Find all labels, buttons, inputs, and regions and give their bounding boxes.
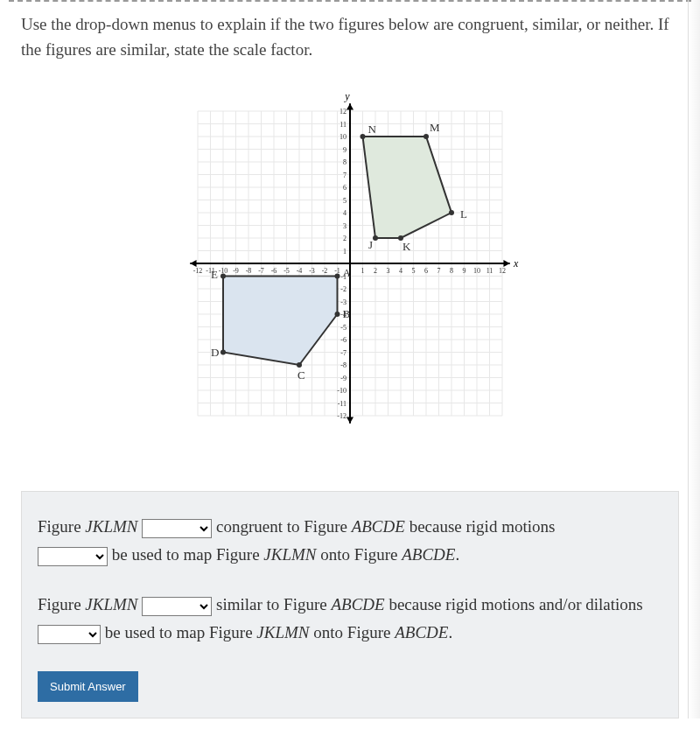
svg-text:8: 8 — [450, 267, 453, 275]
svg-text:12: 12 — [340, 108, 346, 116]
svg-text:-10: -10 — [219, 267, 228, 275]
text: Figure — [38, 517, 85, 536]
svg-text:1: 1 — [343, 248, 346, 256]
svg-text:A: A — [343, 266, 352, 279]
svg-text:-9: -9 — [233, 267, 239, 275]
svg-text:-2: -2 — [322, 267, 328, 275]
svg-marker-55 — [346, 417, 354, 423]
svg-text:-8: -8 — [246, 267, 252, 275]
figure-name: ABCDE — [352, 517, 405, 536]
text: because rigid motions — [410, 517, 556, 536]
svg-text:10: 10 — [473, 267, 480, 275]
figure-name: JKLMN — [263, 545, 316, 564]
grid-svg: xy-12-11-10-9-8-7-6-5-4-3-2-112345678910… — [175, 88, 525, 438]
svg-text:7: 7 — [343, 172, 346, 179]
svg-text:10: 10 — [340, 133, 346, 141]
svg-text:M: M — [430, 121, 440, 134]
svg-point-61 — [360, 134, 366, 139]
svg-text:-3: -3 — [340, 298, 346, 306]
dropdown-similar-can[interactable] — [38, 625, 101, 644]
svg-text:E: E — [211, 268, 218, 281]
svg-text:x: x — [513, 257, 519, 270]
svg-text:-6: -6 — [271, 267, 277, 275]
text: congruent to Figure — [216, 517, 352, 536]
svg-text:-9: -9 — [340, 375, 346, 382]
figure-name: ABCDE — [402, 545, 455, 564]
svg-text:-3: -3 — [309, 267, 315, 275]
svg-text:11: 11 — [486, 267, 494, 275]
svg-text:-1: -1 — [334, 267, 340, 275]
svg-text:9: 9 — [343, 146, 346, 154]
svg-text:5: 5 — [343, 197, 346, 205]
scrollbar-track[interactable] — [688, 0, 700, 718]
svg-text:2: 2 — [343, 235, 346, 242]
svg-point-65 — [297, 362, 302, 368]
svg-text:L: L — [460, 207, 467, 221]
svg-point-57 — [373, 235, 378, 241]
svg-text:11: 11 — [340, 121, 346, 129]
svg-text:1: 1 — [361, 267, 365, 275]
svg-text:-6: -6 — [340, 336, 346, 344]
figure-name: JKLMN — [85, 517, 137, 536]
svg-text:9: 9 — [463, 267, 466, 275]
svg-point-66 — [220, 350, 226, 355]
submit-button[interactable]: Submit Answer — [38, 671, 138, 702]
svg-text:-10: -10 — [337, 387, 346, 395]
svg-text:5: 5 — [412, 267, 416, 275]
svg-text:4: 4 — [399, 267, 402, 275]
svg-text:B: B — [343, 307, 351, 320]
figure-name: JKLMN — [85, 595, 137, 613]
svg-text:7: 7 — [438, 267, 441, 275]
svg-text:-5: -5 — [340, 324, 346, 332]
svg-text:2: 2 — [374, 267, 377, 275]
svg-text:12: 12 — [499, 267, 506, 275]
svg-point-59 — [449, 210, 454, 215]
svg-text:6: 6 — [343, 184, 346, 192]
svg-marker-56 — [363, 137, 452, 238]
figure-name: ABCDE — [395, 623, 448, 641]
svg-text:-11: -11 — [338, 400, 346, 408]
text: Figure — [38, 595, 85, 613]
svg-text:J: J — [368, 238, 373, 251]
svg-text:-8: -8 — [340, 361, 346, 369]
svg-text:8: 8 — [343, 158, 346, 166]
svg-text:y: y — [344, 90, 350, 102]
coordinate-grid: xy-12-11-10-9-8-7-6-5-4-3-2-112345678910… — [0, 62, 700, 473]
svg-text:-12: -12 — [337, 412, 346, 420]
svg-text:-7: -7 — [340, 349, 346, 357]
svg-text:N: N — [368, 123, 377, 136]
answer-panel: Figure JKLMN congruent to Figure ABCDE b… — [21, 491, 679, 718]
svg-text:K: K — [402, 240, 411, 253]
dropdown-congruent-verb[interactable] — [142, 519, 212, 538]
text: because rigid motions and/or dilations — [388, 595, 642, 613]
svg-marker-54 — [346, 103, 354, 109]
svg-text:6: 6 — [424, 267, 428, 275]
svg-marker-52 — [503, 260, 509, 267]
svg-text:C: C — [298, 368, 305, 382]
sentence-congruent: Figure JKLMN congruent to Figure ABCDE b… — [38, 513, 662, 570]
svg-text:-2: -2 — [340, 285, 346, 293]
svg-point-60 — [424, 134, 429, 139]
dropdown-congruent-can[interactable] — [38, 547, 108, 566]
text: onto Figure — [317, 545, 402, 564]
figure-name: ABCDE — [331, 595, 384, 613]
text: . — [455, 545, 459, 564]
svg-marker-62 — [223, 277, 338, 366]
svg-text:-7: -7 — [258, 267, 264, 275]
svg-text:D: D — [211, 346, 219, 359]
svg-text:4: 4 — [343, 209, 346, 217]
text: onto Figure — [310, 623, 396, 641]
sentence-similar: Figure JKLMN similar to Figure ABCDE bec… — [38, 591, 662, 648]
text: be used to map Figure — [112, 545, 264, 564]
svg-text:3: 3 — [387, 267, 390, 275]
divider-dashed — [9, 0, 691, 2]
svg-marker-53 — [190, 260, 196, 267]
text: similar to Figure — [216, 595, 331, 613]
svg-point-64 — [335, 312, 340, 317]
svg-text:-5: -5 — [284, 267, 290, 275]
dropdown-similar-verb[interactable] — [142, 597, 212, 616]
figure-name: JKLMN — [256, 623, 309, 641]
instructions-text: Use the drop-down menus to explain if th… — [0, 12, 700, 62]
text: . — [448, 623, 452, 641]
svg-text:-12: -12 — [193, 267, 203, 275]
